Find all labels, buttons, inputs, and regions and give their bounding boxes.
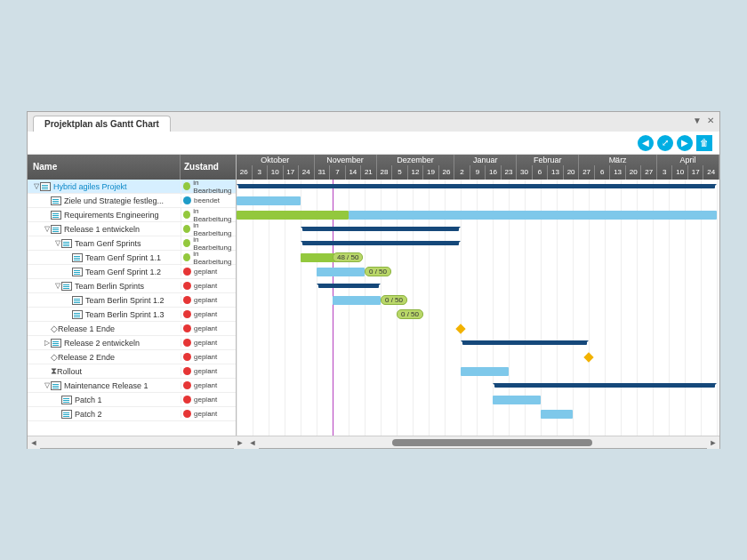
- status-label: geplant: [194, 324, 217, 332]
- week-label: 19: [423, 165, 439, 180]
- week-label: 3: [253, 165, 269, 180]
- task-row[interactable]: Patch 2geplant: [28, 407, 236, 421]
- task-row[interactable]: Rolloutgeplant: [28, 364, 236, 379]
- progress-badge: 0 / 50: [365, 267, 391, 276]
- task-name: Release 1 entwickeln: [64, 225, 140, 234]
- task-row[interactable]: Team Berlin Sprint 1.3geplant: [28, 308, 236, 322]
- summary-bar[interactable]: [302, 241, 459, 245]
- nav-left-button[interactable]: ◀: [638, 135, 654, 151]
- task-icon: [72, 296, 83, 305]
- milestone-diamond[interactable]: [455, 324, 465, 333]
- status-dot-icon: [183, 339, 191, 347]
- status-dot-icon: [183, 239, 190, 247]
- status-label: geplant: [194, 396, 217, 404]
- status-dot-icon: [183, 225, 190, 233]
- task-row[interactable]: Team Genf Sprint 1.2geplant: [28, 265, 236, 279]
- close-icon[interactable]: ✕: [707, 116, 714, 125]
- status-label: geplant: [194, 339, 217, 347]
- task-name: Team Genf Sprint 1.1: [85, 253, 161, 262]
- week-label: 3: [657, 165, 673, 180]
- task-row[interactable]: Release 2 Endegeplant: [28, 350, 236, 364]
- gantt-bar[interactable]: [541, 410, 573, 419]
- minimize-icon[interactable]: ▼: [693, 116, 702, 125]
- week-label: 24: [299, 165, 315, 180]
- week-label: 16: [486, 165, 502, 180]
- task-name: Team Berlin Sprint 1.2: [85, 296, 165, 305]
- scroll-left-icon-chart[interactable]: ◄: [246, 436, 259, 449]
- column-header-name[interactable]: Name: [28, 155, 181, 180]
- milestone-icon: [51, 324, 58, 333]
- horizontal-scrollbar[interactable]: ◄ ► ◄ ►: [28, 436, 719, 448]
- status-label: geplant: [194, 367, 217, 375]
- tab-gantt[interactable]: Projektplan als Gantt Chart: [33, 116, 171, 132]
- summary-bar[interactable]: [318, 284, 379, 288]
- expand-toggle-icon[interactable]: ▽: [44, 225, 51, 233]
- status-dot-icon: [183, 296, 191, 304]
- task-name: Rollout: [57, 367, 82, 376]
- task-row[interactable]: ▽Team Berlin Sprintsgeplant: [28, 279, 236, 293]
- week-label: 13: [610, 165, 626, 180]
- task-row[interactable]: ▽Maintenance Release 1geplant: [28, 379, 236, 393]
- status-dot-icon: [183, 211, 190, 219]
- task-icon: [61, 282, 72, 291]
- task-icon: [61, 410, 72, 419]
- week-label: 20: [564, 165, 580, 180]
- status-dot-icon: [183, 353, 191, 361]
- task-name: Release 2 Ende: [58, 353, 115, 362]
- month-label: Januar: [454, 155, 517, 165]
- gantt-bar[interactable]: [333, 296, 381, 305]
- task-icon: [72, 253, 83, 262]
- status-dot-icon: [183, 310, 191, 318]
- task-name: Hybrid agiles Projekt: [53, 182, 127, 191]
- expand-toggle-icon[interactable]: ▷: [44, 339, 51, 347]
- gantt-bar[interactable]: [237, 211, 349, 220]
- task-row[interactable]: Team Genf Sprint 1.1in Bearbeitung: [28, 251, 236, 265]
- gantt-bar[interactable]: [237, 196, 301, 205]
- week-label: 10: [268, 165, 284, 180]
- task-row[interactable]: ▷Release 2 entwickelngeplant: [28, 336, 236, 350]
- rollout-icon: [51, 366, 57, 377]
- progress-badge: 0 / 50: [381, 295, 407, 305]
- zoom-fit-button[interactable]: ⤢: [657, 135, 673, 151]
- task-row[interactable]: Team Berlin Sprint 1.2geplant: [28, 293, 236, 308]
- scroll-right-icon[interactable]: ►: [707, 436, 719, 449]
- summary-bar[interactable]: [238, 184, 715, 188]
- task-name: Team Genf Sprint 1.2: [85, 268, 161, 276]
- gantt-bar[interactable]: [317, 268, 365, 276]
- task-icon: [51, 339, 61, 348]
- week-label: 26: [237, 165, 253, 180]
- gantt-bar[interactable]: [493, 396, 541, 404]
- month-label: April: [657, 155, 719, 165]
- gantt-bar[interactable]: [461, 367, 509, 376]
- scroll-right-icon-left-pane[interactable]: ►: [234, 436, 246, 449]
- week-label: 20: [626, 165, 642, 180]
- expand-toggle-icon[interactable]: ▽: [44, 381, 51, 389]
- expand-toggle-icon[interactable]: ▽: [33, 182, 40, 190]
- summary-bar[interactable]: [462, 340, 587, 345]
- summary-bar[interactable]: [494, 383, 715, 388]
- delete-button[interactable]: 🗑: [696, 135, 712, 151]
- scrollbar-thumb[interactable]: [392, 439, 592, 446]
- gantt-bar[interactable]: [349, 211, 717, 220]
- week-label: 6: [533, 165, 549, 180]
- status-label: in Bearbeitung: [193, 180, 236, 195]
- week-label: 2: [454, 165, 470, 180]
- scroll-left-icon[interactable]: ◄: [28, 436, 40, 449]
- week-label: 10: [672, 165, 688, 180]
- task-row[interactable]: Patch 1geplant: [28, 393, 236, 407]
- expand-toggle-icon[interactable]: ▽: [54, 239, 61, 247]
- month-label: Februar: [517, 155, 579, 165]
- summary-bar[interactable]: [302, 227, 459, 231]
- task-row[interactable]: ▽Hybrid agiles Projektin Bearbeitung: [28, 180, 236, 194]
- nav-right-button[interactable]: ▶: [677, 135, 693, 151]
- task-row[interactable]: Release 1 Endegeplant: [28, 322, 236, 336]
- expand-toggle-icon[interactable]: ▽: [54, 282, 61, 290]
- column-header-state[interactable]: Zustand: [181, 155, 236, 180]
- task-name: Patch 2: [75, 410, 102, 419]
- week-label: 13: [548, 165, 564, 180]
- month-label: Oktober: [237, 155, 315, 165]
- toolbar: ◀ ⤢ ▶ 🗑: [28, 132, 719, 155]
- gantt-timeline-pane[interactable]: OktoberNovemberDezemberJanuarFebruarMärz…: [237, 155, 719, 436]
- milestone-diamond[interactable]: [583, 352, 593, 362]
- progress-badge: 0 / 50: [397, 309, 423, 319]
